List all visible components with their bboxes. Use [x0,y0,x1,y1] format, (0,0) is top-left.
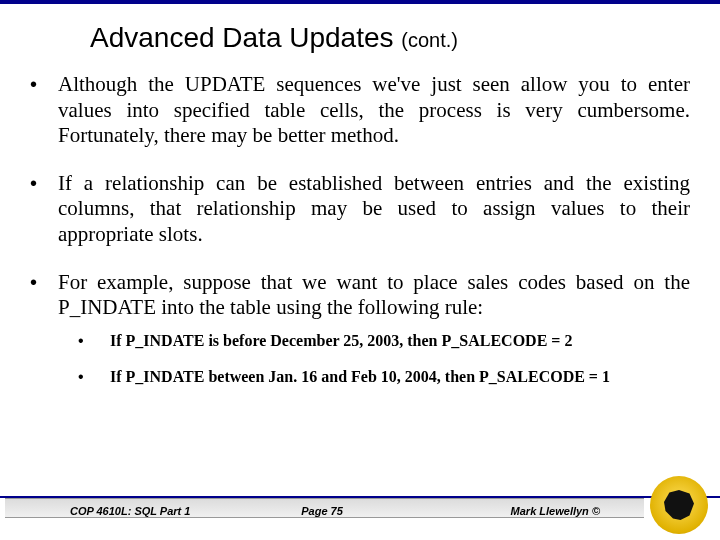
title-main: Advanced Data Updates [90,22,401,53]
pegasus-icon [664,490,694,520]
bullet-marker: • [30,171,58,248]
sub-bullet-text: If P_INDATE is before December 25, 2003,… [110,331,690,351]
bullet-marker: • [78,367,110,387]
bullet-marker: • [78,331,110,351]
bullet-text: If a relationship can be established bet… [58,171,690,248]
sub-bullet-list: • If P_INDATE is before December 25, 200… [78,331,690,387]
sub-bullet-item: • If P_INDATE is before December 25, 200… [78,331,690,351]
bullet-text: For example, suppose that we want to pla… [58,270,690,321]
bullet-item: • If a relationship can be established b… [30,171,690,248]
footer-author: Mark Llewellyn © [511,505,600,517]
bullet-list: • Although the UPDATE sequences we've ju… [30,72,690,321]
slide-body: Advanced Data Updates (cont.) • Although… [0,4,720,387]
sub-bullet-text: If P_INDATE between Jan. 16 and Feb 10, … [110,367,690,387]
bullet-marker: • [30,72,58,149]
logo-circle [650,476,708,534]
ucf-logo [650,476,708,534]
slide-title: Advanced Data Updates (cont.) [90,22,690,54]
sub-bullet-item: • If P_INDATE between Jan. 16 and Feb 10… [78,367,690,387]
bullet-marker: • [30,270,58,321]
bullet-item: • For example, suppose that we want to p… [30,270,690,321]
bullet-item: • Although the UPDATE sequences we've ju… [30,72,690,149]
title-cont: (cont.) [401,29,458,51]
bullet-text: Although the UPDATE sequences we've just… [58,72,690,149]
